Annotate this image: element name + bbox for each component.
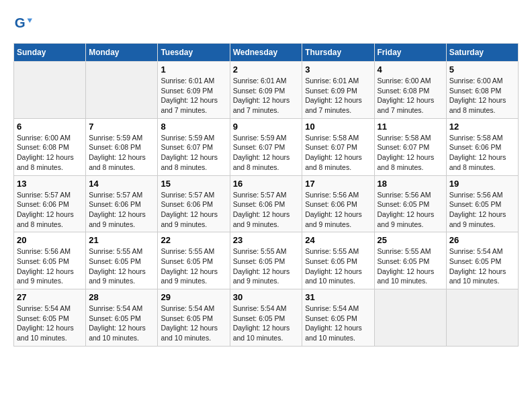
- day-info: Sunrise: 5:58 AM Sunset: 6:07 PM Dayligh…: [305, 133, 371, 173]
- day-number: 29: [161, 292, 226, 302]
- day-number: 3: [305, 64, 371, 75]
- calendar-cell: 9Sunrise: 5:59 AM Sunset: 6:07 PM Daylig…: [230, 118, 302, 175]
- day-info: Sunrise: 5:54 AM Sunset: 6:05 PM Dayligh…: [449, 246, 515, 286]
- day-info: Sunrise: 5:55 AM Sunset: 6:05 PM Dayligh…: [161, 246, 226, 286]
- svg-marker-1: [28, 18, 32, 23]
- weekday-header: Thursday: [302, 44, 374, 62]
- calendar-cell: 1Sunrise: 6:01 AM Sunset: 6:09 PM Daylig…: [158, 62, 230, 119]
- day-info: Sunrise: 5:58 AM Sunset: 6:06 PM Dayligh…: [449, 133, 515, 173]
- calendar-cell: 15Sunrise: 5:57 AM Sunset: 6:06 PM Dayli…: [158, 175, 230, 232]
- day-number: 4: [378, 64, 443, 75]
- day-number: 5: [449, 64, 515, 75]
- day-number: 1: [161, 64, 226, 75]
- day-number: 16: [233, 179, 300, 189]
- calendar-cell: 29Sunrise: 5:54 AM Sunset: 6:05 PM Dayli…: [158, 289, 230, 347]
- day-info: Sunrise: 5:55 AM Sunset: 6:05 PM Dayligh…: [305, 246, 371, 286]
- calendar-cell: 26Sunrise: 5:54 AM Sunset: 6:05 PM Dayli…: [446, 232, 518, 289]
- day-number: 7: [89, 122, 154, 132]
- day-info: Sunrise: 5:55 AM Sunset: 6:05 PM Dayligh…: [89, 246, 154, 286]
- calendar-cell: 27Sunrise: 5:54 AM Sunset: 6:05 PM Dayli…: [14, 289, 86, 347]
- day-info: Sunrise: 5:54 AM Sunset: 6:05 PM Dayligh…: [17, 304, 83, 343]
- calendar-week-row: 27Sunrise: 5:54 AM Sunset: 6:05 PM Dayli…: [14, 289, 519, 347]
- day-number: 12: [449, 122, 515, 132]
- day-info: Sunrise: 6:00 AM Sunset: 6:08 PM Dayligh…: [17, 133, 83, 173]
- weekday-header: Friday: [374, 44, 446, 62]
- day-info: Sunrise: 5:59 AM Sunset: 6:07 PM Dayligh…: [161, 133, 226, 173]
- calendar-week-row: 20Sunrise: 5:56 AM Sunset: 6:05 PM Dayli…: [14, 232, 519, 289]
- weekday-header: Saturday: [446, 44, 518, 62]
- calendar-week-row: 6Sunrise: 6:00 AM Sunset: 6:08 PM Daylig…: [14, 118, 519, 175]
- day-number: 23: [233, 235, 300, 245]
- day-info: Sunrise: 5:55 AM Sunset: 6:05 PM Dayligh…: [378, 246, 443, 286]
- day-number: 28: [89, 292, 154, 302]
- day-number: 17: [305, 179, 371, 189]
- day-number: 13: [17, 179, 83, 189]
- day-info: Sunrise: 5:56 AM Sunset: 6:05 PM Dayligh…: [17, 246, 83, 286]
- weekday-header: Monday: [86, 44, 158, 62]
- calendar-cell: 23Sunrise: 5:55 AM Sunset: 6:05 PM Dayli…: [230, 232, 302, 289]
- calendar-cell: 4Sunrise: 6:00 AM Sunset: 6:08 PM Daylig…: [374, 62, 446, 119]
- day-info: Sunrise: 5:59 AM Sunset: 6:08 PM Dayligh…: [89, 133, 154, 173]
- day-number: 19: [449, 179, 515, 189]
- svg-text:G: G: [15, 15, 26, 30]
- calendar-week-row: 1Sunrise: 6:01 AM Sunset: 6:09 PM Daylig…: [14, 62, 519, 119]
- day-number: 2: [233, 64, 300, 75]
- calendar-cell: 16Sunrise: 5:57 AM Sunset: 6:06 PM Dayli…: [230, 175, 302, 232]
- calendar-cell: 5Sunrise: 6:00 AM Sunset: 6:08 PM Daylig…: [446, 62, 518, 119]
- logo-icon: G: [13, 13, 32, 32]
- calendar-cell: 31Sunrise: 5:54 AM Sunset: 6:05 PM Dayli…: [302, 289, 374, 347]
- calendar-cell: 17Sunrise: 5:56 AM Sunset: 6:06 PM Dayli…: [302, 175, 374, 232]
- day-info: Sunrise: 5:56 AM Sunset: 6:05 PM Dayligh…: [449, 190, 515, 230]
- calendar-cell: 11Sunrise: 5:58 AM Sunset: 6:07 PM Dayli…: [374, 118, 446, 175]
- day-info: Sunrise: 5:56 AM Sunset: 6:06 PM Dayligh…: [305, 190, 371, 230]
- weekday-header: Sunday: [14, 44, 86, 62]
- day-number: 9: [233, 122, 300, 132]
- day-number: 8: [161, 122, 226, 132]
- day-info: Sunrise: 5:57 AM Sunset: 6:06 PM Dayligh…: [17, 190, 83, 230]
- day-number: 6: [17, 122, 83, 132]
- day-number: 20: [17, 235, 83, 245]
- day-info: Sunrise: 6:00 AM Sunset: 6:08 PM Dayligh…: [378, 76, 443, 116]
- day-info: Sunrise: 6:01 AM Sunset: 6:09 PM Dayligh…: [233, 76, 300, 116]
- calendar-cell: 21Sunrise: 5:55 AM Sunset: 6:05 PM Dayli…: [86, 232, 158, 289]
- day-number: 18: [378, 179, 443, 189]
- calendar-cell: 3Sunrise: 6:01 AM Sunset: 6:09 PM Daylig…: [302, 62, 374, 119]
- day-number: 31: [305, 292, 371, 302]
- day-info: Sunrise: 5:58 AM Sunset: 6:07 PM Dayligh…: [378, 133, 443, 173]
- calendar-cell: 12Sunrise: 5:58 AM Sunset: 6:06 PM Dayli…: [446, 118, 518, 175]
- page-header: G: [13, 13, 519, 32]
- calendar-cell: 18Sunrise: 5:56 AM Sunset: 6:05 PM Dayli…: [374, 175, 446, 232]
- day-info: Sunrise: 5:54 AM Sunset: 6:05 PM Dayligh…: [89, 304, 154, 343]
- day-info: Sunrise: 6:01 AM Sunset: 6:09 PM Dayligh…: [305, 76, 371, 116]
- day-number: 27: [17, 292, 83, 302]
- calendar-cell: 28Sunrise: 5:54 AM Sunset: 6:05 PM Dayli…: [86, 289, 158, 347]
- calendar-cell: 22Sunrise: 5:55 AM Sunset: 6:05 PM Dayli…: [158, 232, 230, 289]
- weekday-header: Tuesday: [158, 44, 230, 62]
- calendar-cell: 8Sunrise: 5:59 AM Sunset: 6:07 PM Daylig…: [158, 118, 230, 175]
- day-number: 15: [161, 179, 226, 189]
- calendar-cell: [374, 289, 446, 347]
- day-info: Sunrise: 5:54 AM Sunset: 6:05 PM Dayligh…: [305, 304, 371, 343]
- day-number: 11: [378, 122, 443, 132]
- day-number: 10: [305, 122, 371, 132]
- weekday-header-row: SundayMondayTuesdayWednesdayThursdayFrid…: [14, 44, 519, 62]
- day-number: 22: [161, 235, 226, 245]
- calendar-cell: 24Sunrise: 5:55 AM Sunset: 6:05 PM Dayli…: [302, 232, 374, 289]
- calendar-cell: 25Sunrise: 5:55 AM Sunset: 6:05 PM Dayli…: [374, 232, 446, 289]
- day-info: Sunrise: 5:57 AM Sunset: 6:06 PM Dayligh…: [161, 190, 226, 230]
- day-number: 21: [89, 235, 154, 245]
- calendar-week-row: 13Sunrise: 5:57 AM Sunset: 6:06 PM Dayli…: [14, 175, 519, 232]
- calendar-cell: 6Sunrise: 6:00 AM Sunset: 6:08 PM Daylig…: [14, 118, 86, 175]
- weekday-header: Wednesday: [230, 44, 302, 62]
- calendar-cell: 14Sunrise: 5:57 AM Sunset: 6:06 PM Dayli…: [86, 175, 158, 232]
- calendar-cell: [446, 289, 518, 347]
- logo: G: [13, 13, 34, 32]
- day-number: 25: [378, 235, 443, 245]
- calendar-cell: 13Sunrise: 5:57 AM Sunset: 6:06 PM Dayli…: [14, 175, 86, 232]
- calendar-cell: 10Sunrise: 5:58 AM Sunset: 6:07 PM Dayli…: [302, 118, 374, 175]
- day-number: 14: [89, 179, 154, 189]
- calendar-cell: [14, 62, 86, 119]
- day-number: 26: [449, 235, 515, 245]
- calendar-table: SundayMondayTuesdayWednesdayThursdayFrid…: [13, 43, 519, 347]
- day-number: 30: [233, 292, 300, 302]
